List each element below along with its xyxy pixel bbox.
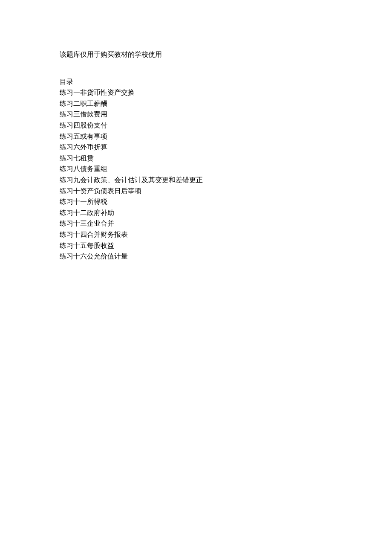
- toc-item: 练习十四合并财务报表: [60, 229, 392, 240]
- toc-item: 练习四股份支付: [60, 120, 392, 131]
- toc-item: 练习十二政府补助: [60, 207, 392, 218]
- notice-text: 该题库仅用于购买教材的学校使用: [60, 49, 392, 60]
- toc-item: 练习十一所得税: [60, 196, 392, 207]
- toc-item: 练习二职工薪酬: [60, 98, 392, 109]
- toc-header: 目录: [60, 76, 392, 87]
- toc-item: 练习十五每股收益: [60, 240, 392, 251]
- toc-item: 练习十六公允价值计量: [60, 251, 392, 262]
- toc-item: 练习五或有事项: [60, 131, 392, 142]
- toc-item: 练习六外币折算: [60, 142, 392, 153]
- toc-list: 练习一非货币性资产交换 练习二职工薪酬 练习三借款费用 练习四股份支付 练习五或…: [60, 87, 392, 262]
- toc-item: 练习三借款费用: [60, 109, 392, 120]
- toc-item: 练习七租赁: [60, 153, 392, 164]
- toc-item: 练习八债务重组: [60, 163, 392, 174]
- document-page: 该题库仅用于购买教材的学校使用 目录 练习一非货币性资产交换 练习二职工薪酬 练…: [0, 0, 392, 262]
- toc-item: 练习九会计政策、会计估计及其变更和差错更正: [60, 174, 392, 186]
- toc-item: 练习一非货币性资产交换: [60, 87, 392, 98]
- toc-item: 练习十三企业合并: [60, 218, 392, 229]
- toc-item: 练习十资产负债表日后事项: [60, 186, 392, 197]
